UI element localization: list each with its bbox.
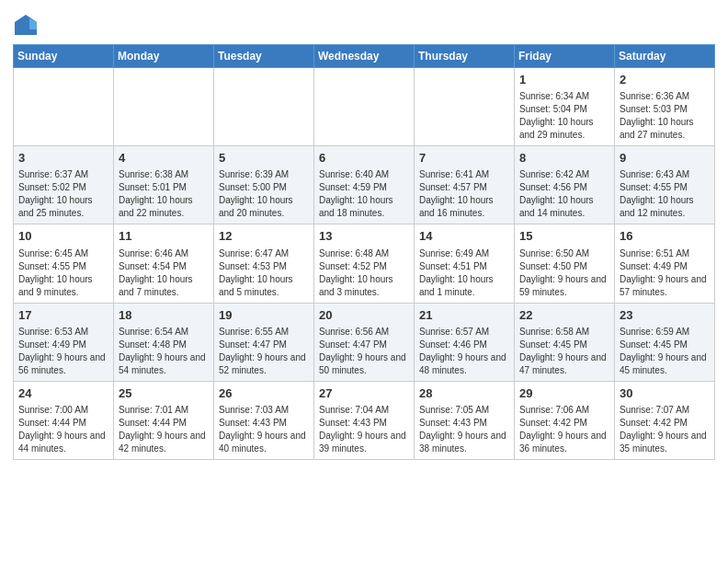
calendar-week-1: 1Sunrise: 6:34 AMSunset: 5:04 PMDaylight… xyxy=(14,68,715,146)
day-info: Sunrise: 6:40 AMSunset: 4:59 PMDaylight:… xyxy=(319,168,409,220)
calendar-week-3: 10Sunrise: 6:45 AMSunset: 4:55 PMDayligh… xyxy=(14,224,715,303)
calendar-cell xyxy=(214,68,314,146)
calendar-cell: 9Sunrise: 6:43 AMSunset: 4:55 PMDaylight… xyxy=(615,146,715,224)
calendar-cell: 30Sunrise: 7:07 AMSunset: 4:42 PMDayligh… xyxy=(615,381,715,459)
calendar-cell: 27Sunrise: 7:04 AMSunset: 4:43 PMDayligh… xyxy=(314,381,415,459)
calendar-cell: 23Sunrise: 6:59 AMSunset: 4:45 PMDayligh… xyxy=(615,303,715,381)
day-number: 10 xyxy=(18,228,108,245)
day-header-friday: Friday xyxy=(515,45,615,68)
calendar-week-2: 3Sunrise: 6:37 AMSunset: 5:02 PMDaylight… xyxy=(14,146,715,224)
day-number: 20 xyxy=(319,307,409,324)
day-info: Sunrise: 6:51 AMSunset: 4:49 PMDaylight:… xyxy=(620,247,710,299)
day-info: Sunrise: 6:39 AMSunset: 5:00 PMDaylight:… xyxy=(219,168,309,220)
calendar-cell xyxy=(14,68,114,146)
main-container: SundayMondayTuesdayWednesdayThursdayFrid… xyxy=(0,0,728,563)
day-header-thursday: Thursday xyxy=(415,45,515,68)
day-number: 17 xyxy=(18,307,108,324)
day-number: 5 xyxy=(219,150,309,167)
day-info: Sunrise: 6:54 AMSunset: 4:48 PMDaylight:… xyxy=(119,326,209,377)
day-header-sunday: Sunday xyxy=(14,45,114,68)
calendar-cell xyxy=(415,68,515,146)
day-info: Sunrise: 6:43 AMSunset: 4:55 PMDaylight:… xyxy=(620,168,710,220)
day-header-wednesday: Wednesday xyxy=(314,45,415,68)
calendar-cell: 7Sunrise: 6:41 AMSunset: 4:57 PMDaylight… xyxy=(415,146,515,224)
calendar-cell: 12Sunrise: 6:47 AMSunset: 4:53 PMDayligh… xyxy=(214,224,314,303)
calendar-cell: 19Sunrise: 6:55 AMSunset: 4:47 PMDayligh… xyxy=(214,303,314,381)
day-number: 18 xyxy=(119,307,209,324)
calendar-cell: 3Sunrise: 6:37 AMSunset: 5:02 PMDaylight… xyxy=(14,146,114,224)
calendar-cell: 5Sunrise: 6:39 AMSunset: 5:00 PMDaylight… xyxy=(214,146,314,224)
day-info: Sunrise: 6:48 AMSunset: 4:52 PMDaylight:… xyxy=(319,247,409,299)
day-info: Sunrise: 7:01 AMSunset: 4:44 PMDaylight:… xyxy=(119,404,209,455)
day-number: 4 xyxy=(119,150,209,167)
calendar-table: SundayMondayTuesdayWednesdayThursdayFrid… xyxy=(13,44,715,460)
calendar-cell: 4Sunrise: 6:38 AMSunset: 5:01 PMDaylight… xyxy=(114,146,214,224)
calendar-cell: 25Sunrise: 7:01 AMSunset: 4:44 PMDayligh… xyxy=(114,381,214,459)
calendar-week-4: 17Sunrise: 6:53 AMSunset: 4:49 PMDayligh… xyxy=(14,303,715,381)
day-number: 7 xyxy=(419,150,509,167)
day-info: Sunrise: 7:00 AMSunset: 4:44 PMDaylight:… xyxy=(18,404,108,455)
day-info: Sunrise: 6:49 AMSunset: 4:51 PMDaylight:… xyxy=(419,247,509,299)
day-info: Sunrise: 6:36 AMSunset: 5:03 PMDaylight:… xyxy=(620,90,710,142)
calendar-cell: 1Sunrise: 6:34 AMSunset: 5:04 PMDaylight… xyxy=(515,68,615,146)
logo-icon xyxy=(13,13,39,39)
day-number: 24 xyxy=(18,385,108,402)
calendar-cell: 10Sunrise: 6:45 AMSunset: 4:55 PMDayligh… xyxy=(14,224,114,303)
calendar-cell: 16Sunrise: 6:51 AMSunset: 4:49 PMDayligh… xyxy=(615,224,715,303)
day-info: Sunrise: 6:56 AMSunset: 4:47 PMDaylight:… xyxy=(319,326,409,377)
day-info: Sunrise: 6:47 AMSunset: 4:53 PMDaylight:… xyxy=(219,247,309,299)
calendar-cell xyxy=(314,68,415,146)
day-number: 22 xyxy=(519,307,609,324)
calendar-cell: 26Sunrise: 7:03 AMSunset: 4:43 PMDayligh… xyxy=(214,381,314,459)
calendar-cell: 14Sunrise: 6:49 AMSunset: 4:51 PMDayligh… xyxy=(415,224,515,303)
day-number: 26 xyxy=(219,385,309,402)
day-header-monday: Monday xyxy=(114,45,214,68)
calendar-cell: 13Sunrise: 6:48 AMSunset: 4:52 PMDayligh… xyxy=(314,224,415,303)
day-info: Sunrise: 7:04 AMSunset: 4:43 PMDaylight:… xyxy=(319,404,409,455)
day-info: Sunrise: 6:38 AMSunset: 5:01 PMDaylight:… xyxy=(119,168,209,220)
day-number: 29 xyxy=(519,385,609,402)
logo xyxy=(13,13,42,39)
day-info: Sunrise: 6:58 AMSunset: 4:45 PMDaylight:… xyxy=(519,326,609,377)
day-number: 14 xyxy=(419,228,509,245)
calendar-cell: 18Sunrise: 6:54 AMSunset: 4:48 PMDayligh… xyxy=(114,303,214,381)
day-number: 9 xyxy=(620,150,710,167)
day-info: Sunrise: 6:42 AMSunset: 4:56 PMDaylight:… xyxy=(519,168,609,220)
calendar-cell: 24Sunrise: 7:00 AMSunset: 4:44 PMDayligh… xyxy=(14,381,114,459)
day-number: 27 xyxy=(319,385,409,402)
day-number: 25 xyxy=(119,385,209,402)
day-number: 3 xyxy=(18,150,108,167)
day-info: Sunrise: 6:53 AMSunset: 4:49 PMDaylight:… xyxy=(18,326,108,377)
calendar-cell: 15Sunrise: 6:50 AMSunset: 4:50 PMDayligh… xyxy=(515,224,615,303)
day-number: 19 xyxy=(219,307,309,324)
day-info: Sunrise: 6:57 AMSunset: 4:46 PMDaylight:… xyxy=(419,326,509,377)
day-header-tuesday: Tuesday xyxy=(214,45,314,68)
day-info: Sunrise: 6:41 AMSunset: 4:57 PMDaylight:… xyxy=(419,168,509,220)
day-info: Sunrise: 6:46 AMSunset: 4:54 PMDaylight:… xyxy=(119,247,209,299)
day-number: 13 xyxy=(319,228,409,245)
calendar-cell: 29Sunrise: 7:06 AMSunset: 4:42 PMDayligh… xyxy=(515,381,615,459)
day-info: Sunrise: 6:50 AMSunset: 4:50 PMDaylight:… xyxy=(519,247,609,299)
calendar-cell xyxy=(114,68,214,146)
header xyxy=(13,9,715,39)
day-number: 1 xyxy=(519,72,609,88)
calendar-week-5: 24Sunrise: 7:00 AMSunset: 4:44 PMDayligh… xyxy=(14,381,715,459)
day-number: 28 xyxy=(419,385,509,402)
day-number: 12 xyxy=(219,228,309,245)
day-info: Sunrise: 6:34 AMSunset: 5:04 PMDaylight:… xyxy=(519,90,609,142)
day-number: 2 xyxy=(620,72,710,88)
calendar-cell: 22Sunrise: 6:58 AMSunset: 4:45 PMDayligh… xyxy=(515,303,615,381)
day-info: Sunrise: 6:37 AMSunset: 5:02 PMDaylight:… xyxy=(18,168,108,220)
day-number: 6 xyxy=(319,150,409,167)
day-info: Sunrise: 7:07 AMSunset: 4:42 PMDaylight:… xyxy=(620,404,710,455)
day-info: Sunrise: 6:59 AMSunset: 4:45 PMDaylight:… xyxy=(620,326,710,377)
calendar-header-row: SundayMondayTuesdayWednesdayThursdayFrid… xyxy=(14,45,715,68)
calendar-cell: 21Sunrise: 6:57 AMSunset: 4:46 PMDayligh… xyxy=(415,303,515,381)
calendar-cell: 17Sunrise: 6:53 AMSunset: 4:49 PMDayligh… xyxy=(14,303,114,381)
day-number: 30 xyxy=(620,385,710,402)
day-info: Sunrise: 7:03 AMSunset: 4:43 PMDaylight:… xyxy=(219,404,309,455)
calendar-cell: 11Sunrise: 6:46 AMSunset: 4:54 PMDayligh… xyxy=(114,224,214,303)
day-number: 16 xyxy=(620,228,710,245)
calendar-cell: 6Sunrise: 6:40 AMSunset: 4:59 PMDaylight… xyxy=(314,146,415,224)
day-info: Sunrise: 6:55 AMSunset: 4:47 PMDaylight:… xyxy=(219,326,309,377)
